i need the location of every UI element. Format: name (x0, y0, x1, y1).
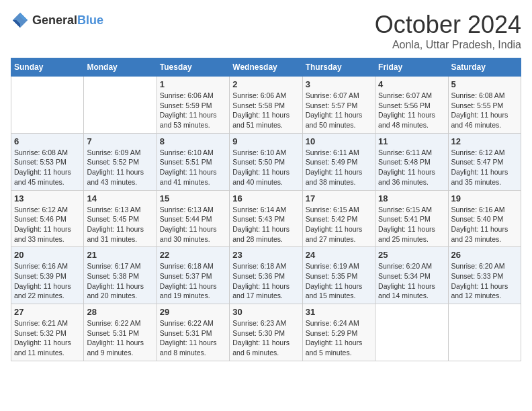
day-number: 19 (451, 193, 518, 203)
day-info: Sunrise: 6:16 AMSunset: 5:40 PMDaylight:… (451, 205, 518, 244)
day-cell: 4Sunrise: 6:07 AMSunset: 5:56 PMDaylight… (375, 77, 448, 134)
day-cell: 6Sunrise: 6:08 AMSunset: 5:53 PMDaylight… (11, 133, 84, 190)
logo-general: General (32, 13, 77, 27)
day-info: Sunrise: 6:08 AMSunset: 5:55 PMDaylight:… (451, 91, 518, 130)
day-number: 22 (160, 250, 226, 260)
day-cell: 9Sunrise: 6:10 AMSunset: 5:50 PMDaylight… (230, 133, 302, 190)
day-cell: 23Sunrise: 6:18 AMSunset: 5:36 PMDayligh… (230, 247, 302, 304)
day-info: Sunrise: 6:14 AMSunset: 5:43 PMDaylight:… (232, 205, 299, 244)
day-number: 14 (87, 193, 153, 203)
day-cell: 17Sunrise: 6:15 AMSunset: 5:42 PMDayligh… (302, 190, 375, 247)
day-number: 18 (378, 193, 445, 203)
day-info: Sunrise: 6:16 AMSunset: 5:39 PMDaylight:… (14, 261, 81, 301)
day-number: 6 (14, 136, 81, 146)
day-info: Sunrise: 6:07 AMSunset: 5:56 PMDaylight:… (378, 91, 445, 130)
day-number: 12 (451, 136, 518, 146)
day-info: Sunrise: 6:09 AMSunset: 5:52 PMDaylight:… (87, 148, 153, 187)
day-number: 31 (306, 307, 372, 317)
day-cell: 22Sunrise: 6:18 AMSunset: 5:37 PMDayligh… (157, 247, 229, 304)
day-cell: 18Sunrise: 6:15 AMSunset: 5:41 PMDayligh… (375, 190, 448, 247)
day-cell: 21Sunrise: 6:17 AMSunset: 5:38 PMDayligh… (84, 247, 157, 304)
day-info: Sunrise: 6:18 AMSunset: 5:36 PMDaylight:… (232, 261, 299, 301)
day-number: 11 (378, 136, 445, 146)
weekday-header-sunday: Sunday (11, 58, 84, 77)
day-cell: 3Sunrise: 6:07 AMSunset: 5:57 PMDaylight… (302, 77, 375, 134)
day-cell: 24Sunrise: 6:19 AMSunset: 5:35 PMDayligh… (302, 247, 375, 304)
day-cell: 31Sunrise: 6:24 AMSunset: 5:29 PMDayligh… (302, 304, 375, 361)
day-number: 10 (306, 136, 372, 146)
day-cell: 8Sunrise: 6:10 AMSunset: 5:51 PMDaylight… (157, 133, 229, 190)
day-cell: 19Sunrise: 6:16 AMSunset: 5:40 PMDayligh… (448, 190, 521, 247)
logo-blue: Blue (77, 13, 103, 27)
day-cell: 15Sunrise: 6:13 AMSunset: 5:44 PMDayligh… (157, 190, 229, 247)
day-cell: 14Sunrise: 6:13 AMSunset: 5:45 PMDayligh… (84, 190, 157, 247)
day-number: 4 (378, 79, 445, 89)
day-info: Sunrise: 6:21 AMSunset: 5:32 PMDaylight:… (14, 318, 81, 358)
day-number: 23 (232, 250, 299, 260)
location-subtitle: Aonla, Uttar Pradesh, India (375, 39, 521, 51)
day-cell (375, 304, 448, 361)
day-number: 9 (232, 136, 299, 146)
day-cell: 26Sunrise: 6:20 AMSunset: 5:33 PMDayligh… (448, 247, 521, 304)
day-info: Sunrise: 6:17 AMSunset: 5:38 PMDaylight:… (87, 261, 153, 301)
day-cell: 27Sunrise: 6:21 AMSunset: 5:32 PMDayligh… (11, 304, 84, 361)
day-info: Sunrise: 6:11 AMSunset: 5:48 PMDaylight:… (378, 148, 445, 187)
logo-text: GeneralBlue (32, 13, 103, 28)
day-info: Sunrise: 6:06 AMSunset: 5:58 PMDaylight:… (232, 91, 299, 130)
day-number: 13 (14, 193, 81, 203)
day-cell (84, 77, 157, 134)
day-cell: 5Sunrise: 6:08 AMSunset: 5:55 PMDaylight… (448, 77, 521, 134)
week-row-1: 1Sunrise: 6:06 AMSunset: 5:59 PMDaylight… (11, 77, 521, 134)
week-row-3: 13Sunrise: 6:12 AMSunset: 5:46 PMDayligh… (11, 190, 521, 247)
weekday-header-friday: Friday (375, 58, 448, 77)
page-header: GeneralBlue October 2024 Aonla, Uttar Pr… (11, 11, 521, 51)
week-row-2: 6Sunrise: 6:08 AMSunset: 5:53 PMDaylight… (11, 133, 521, 190)
day-info: Sunrise: 6:22 AMSunset: 5:31 PMDaylight:… (87, 318, 153, 358)
day-cell: 13Sunrise: 6:12 AMSunset: 5:46 PMDayligh… (11, 190, 84, 247)
calendar-header: SundayMondayTuesdayWednesdayThursdayFrid… (11, 58, 521, 77)
title-block: October 2024 Aonla, Uttar Pradesh, India (375, 11, 521, 51)
day-info: Sunrise: 6:23 AMSunset: 5:30 PMDaylight:… (232, 318, 299, 358)
day-info: Sunrise: 6:12 AMSunset: 5:47 PMDaylight:… (451, 148, 518, 187)
day-info: Sunrise: 6:24 AMSunset: 5:29 PMDaylight:… (306, 318, 372, 358)
calendar-body: 1Sunrise: 6:06 AMSunset: 5:59 PMDaylight… (11, 77, 521, 361)
day-cell: 25Sunrise: 6:20 AMSunset: 5:34 PMDayligh… (375, 247, 448, 304)
day-number: 20 (14, 250, 81, 260)
day-number: 27 (14, 307, 81, 317)
day-info: Sunrise: 6:11 AMSunset: 5:49 PMDaylight:… (306, 148, 372, 187)
weekday-header-saturday: Saturday (448, 58, 521, 77)
day-number: 7 (87, 136, 153, 146)
day-cell: 2Sunrise: 6:06 AMSunset: 5:58 PMDaylight… (230, 77, 302, 134)
day-number: 24 (306, 250, 372, 260)
logo: GeneralBlue (11, 11, 103, 30)
day-info: Sunrise: 6:20 AMSunset: 5:34 PMDaylight:… (378, 261, 445, 301)
day-number: 5 (451, 79, 518, 89)
day-info: Sunrise: 6:10 AMSunset: 5:50 PMDaylight:… (232, 148, 299, 187)
day-cell: 7Sunrise: 6:09 AMSunset: 5:52 PMDaylight… (84, 133, 157, 190)
day-number: 15 (160, 193, 226, 203)
day-number: 3 (306, 79, 372, 89)
day-cell: 12Sunrise: 6:12 AMSunset: 5:47 PMDayligh… (448, 133, 521, 190)
logo-icon (11, 11, 30, 30)
calendar-table: SundayMondayTuesdayWednesdayThursdayFrid… (11, 58, 521, 361)
day-info: Sunrise: 6:15 AMSunset: 5:42 PMDaylight:… (306, 205, 372, 244)
day-number: 2 (232, 79, 299, 89)
day-number: 16 (232, 193, 299, 203)
weekday-header-thursday: Thursday (302, 58, 375, 77)
day-info: Sunrise: 6:12 AMSunset: 5:46 PMDaylight:… (14, 205, 81, 244)
day-info: Sunrise: 6:13 AMSunset: 5:44 PMDaylight:… (160, 205, 226, 244)
day-cell: 11Sunrise: 6:11 AMSunset: 5:48 PMDayligh… (375, 133, 448, 190)
day-info: Sunrise: 6:13 AMSunset: 5:45 PMDaylight:… (87, 205, 153, 244)
day-cell (448, 304, 521, 361)
day-cell: 28Sunrise: 6:22 AMSunset: 5:31 PMDayligh… (84, 304, 157, 361)
day-number: 17 (306, 193, 372, 203)
day-info: Sunrise: 6:18 AMSunset: 5:37 PMDaylight:… (160, 261, 226, 301)
day-info: Sunrise: 6:15 AMSunset: 5:41 PMDaylight:… (378, 205, 445, 244)
weekday-header-monday: Monday (84, 58, 157, 77)
day-number: 1 (160, 79, 226, 89)
day-cell: 1Sunrise: 6:06 AMSunset: 5:59 PMDaylight… (157, 77, 229, 134)
day-info: Sunrise: 6:08 AMSunset: 5:53 PMDaylight:… (14, 148, 81, 187)
day-cell (11, 77, 84, 134)
day-info: Sunrise: 6:07 AMSunset: 5:57 PMDaylight:… (306, 91, 372, 130)
weekday-header-wednesday: Wednesday (230, 58, 302, 77)
